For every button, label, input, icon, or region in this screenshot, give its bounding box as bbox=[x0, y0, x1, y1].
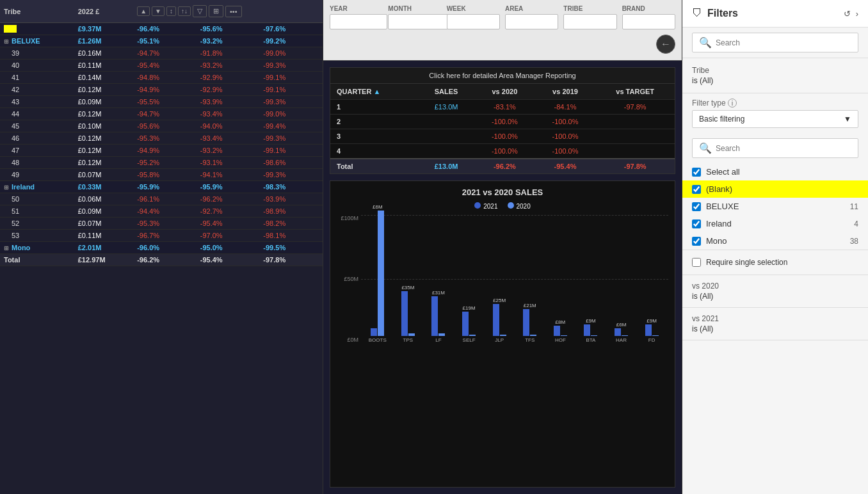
xlabel-har: HAR bbox=[616, 337, 627, 343]
c3-cell: -99.3% bbox=[259, 132, 323, 145]
bar-tfs bbox=[523, 309, 536, 336]
vs2020-label: vs 2020 bbox=[692, 282, 858, 291]
tribe-cell: 51 bbox=[0, 205, 74, 218]
filter-search-input[interactable] bbox=[716, 144, 851, 153]
xlabel-bta: BTA bbox=[586, 337, 595, 343]
c3-cell: -99.2% bbox=[259, 35, 323, 47]
filter-type-chevron-icon: ▼ bbox=[844, 115, 851, 124]
q-vs2020: -100.0% bbox=[474, 115, 535, 129]
c3-cell: -99.5% bbox=[259, 242, 323, 254]
sort-up-button[interactable]: ↑↓ bbox=[178, 6, 191, 16]
more-button[interactable]: ••• bbox=[225, 6, 242, 17]
bar-fd-2021 bbox=[645, 324, 652, 336]
require-single-checkbox[interactable] bbox=[692, 258, 701, 267]
c3-cell: -98.3% bbox=[259, 181, 323, 193]
ireland-checkbox[interactable] bbox=[692, 219, 701, 228]
brand-slicer: BRAND All ▼ bbox=[622, 5, 675, 29]
c2-cell: -93.4% bbox=[197, 132, 260, 145]
select-all-item[interactable]: Select all bbox=[692, 163, 858, 180]
c1-cell: -94.8% bbox=[133, 72, 197, 84]
c3-cell: -99.3% bbox=[259, 96, 323, 108]
c3-cell: -98.2% bbox=[259, 218, 323, 230]
main-data-table: Tribe 2022 £ ▲ ▼ ↕ ↑↓ ▽ ⊞ ••• bbox=[0, 0, 323, 266]
brand-value: All bbox=[628, 17, 636, 26]
blank-checkbox[interactable] bbox=[692, 185, 701, 194]
mono-checkbox[interactable] bbox=[692, 237, 701, 246]
tribe-cell: 53 bbox=[0, 230, 74, 242]
bar-label-bta-2021: £9M bbox=[586, 318, 596, 324]
beluxe-checkbox[interactable] bbox=[692, 202, 701, 211]
click-link[interactable]: Click here for detailed Area Manager Rep… bbox=[330, 68, 675, 84]
back-button[interactable]: ← bbox=[656, 35, 675, 54]
expand-button[interactable]: ⊞ bbox=[209, 5, 223, 17]
select-all-label: Select all bbox=[706, 167, 740, 177]
c1-cell: -95.2% bbox=[133, 157, 197, 169]
beluxe-count: 11 bbox=[850, 202, 858, 211]
quarter-section: Click here for detailed Area Manager Rep… bbox=[330, 67, 675, 174]
q-header-vs2020: vs 2020 bbox=[474, 84, 535, 100]
filter-type-label: Filter type i bbox=[692, 99, 858, 108]
filter-button[interactable]: ▽ bbox=[193, 5, 207, 17]
year-select[interactable]: 2022 ▼ bbox=[330, 14, 387, 29]
month-slicer: MONTH Multiple selections ▼ bbox=[388, 5, 441, 29]
require-single-label: Require single selection bbox=[706, 258, 787, 267]
ireland-item[interactable]: Ireland 4 bbox=[692, 215, 858, 232]
chart-area: £100M £50M £0M £6M BOOTS bbox=[337, 215, 668, 343]
y-50: £50M bbox=[337, 276, 358, 282]
blank-label: (Blank) bbox=[706, 184, 732, 194]
mono-item[interactable]: Mono 38 bbox=[692, 232, 858, 250]
quarter-row: 2 -100.0% -100.0% bbox=[330, 115, 675, 129]
tribe-cell: 52 bbox=[0, 218, 74, 230]
top-search-input[interactable] bbox=[716, 38, 851, 47]
sort-both-button[interactable]: ↕ bbox=[166, 6, 176, 16]
quarter-table: QUARTER ▲ SALES vs 2020 vs 2019 vs TARGE… bbox=[330, 84, 675, 173]
expand-filters-button[interactable]: › bbox=[856, 9, 858, 19]
c2-cell: -95.9% bbox=[197, 181, 260, 193]
area-select[interactable]: All ▼ bbox=[505, 14, 558, 29]
select-all-checkbox[interactable] bbox=[692, 168, 701, 177]
xlabel-tps: TPS bbox=[403, 337, 414, 343]
info-icon[interactable]: i bbox=[728, 99, 737, 108]
bars-container: £6M BOOTS £35M TPS bbox=[361, 215, 668, 343]
c1-cell: -96.0% bbox=[133, 242, 197, 254]
money-cell: £9.37M bbox=[74, 23, 133, 35]
area-slicer: AREA All ▼ bbox=[505, 5, 558, 29]
tribe-select[interactable]: All ▼ bbox=[563, 14, 616, 29]
tribe-cell: 42 bbox=[0, 84, 74, 96]
bar-lf bbox=[431, 296, 445, 336]
table-row: 41 £0.14M -94.8% -92.9% -99.1% bbox=[0, 72, 323, 84]
legend-2020: 2020 bbox=[508, 202, 531, 210]
brand-select[interactable]: All ▼ bbox=[622, 14, 675, 29]
filter-type-select[interactable]: Basic filtering ▼ bbox=[692, 110, 858, 128]
q-vs2019: -84.1% bbox=[535, 100, 596, 115]
week-select[interactable]: All ▼ bbox=[447, 14, 500, 29]
bar-har bbox=[615, 328, 628, 336]
table-row: 50 £0.06M -96.1% -96.2% -93.9% bbox=[0, 193, 323, 205]
sort-asc-button[interactable]: ▲ bbox=[137, 6, 150, 16]
sort-desc-button[interactable]: ▼ bbox=[152, 6, 165, 16]
bar-lf-2021 bbox=[431, 296, 438, 336]
total-c1: -96.2% bbox=[133, 254, 197, 266]
table-row: 42 £0.12M -94.9% -92.9% -99.1% bbox=[0, 84, 323, 96]
bar-label-tps-2021: £35M bbox=[401, 285, 414, 291]
q-quarter: 3 bbox=[330, 129, 418, 144]
beluxe-label: BELUXE bbox=[706, 202, 739, 211]
q-total-label: Total bbox=[330, 159, 418, 173]
beluxe-item[interactable]: BELUXE 11 bbox=[692, 198, 858, 215]
vs2021-section: vs 2021 is (All) bbox=[682, 308, 868, 340]
c2-cell: -93.2% bbox=[197, 145, 260, 157]
money-cell: £0.14M bbox=[74, 72, 133, 84]
brand-label: BRAND bbox=[622, 5, 675, 12]
q-total-vstarget: -97.8% bbox=[595, 159, 675, 173]
q-header-vstarget: vs TARGET bbox=[595, 84, 675, 100]
c1-cell: -95.6% bbox=[133, 120, 197, 132]
bar-boots bbox=[371, 211, 384, 336]
reset-filters-button[interactable]: ↺ bbox=[844, 9, 851, 19]
c1-cell: -95.1% bbox=[133, 35, 197, 47]
week-slicer: WEEK All ▼ bbox=[447, 5, 500, 29]
blank-item[interactable]: (Blank) bbox=[682, 180, 868, 198]
tribe-cell bbox=[0, 23, 74, 35]
c3-cell: -99.0% bbox=[259, 108, 323, 120]
table-body: £9.37M -96.4% -95.6% -97.6% ⊞BELUXE £1.2… bbox=[0, 23, 323, 266]
c1-cell: -95.3% bbox=[133, 132, 197, 145]
